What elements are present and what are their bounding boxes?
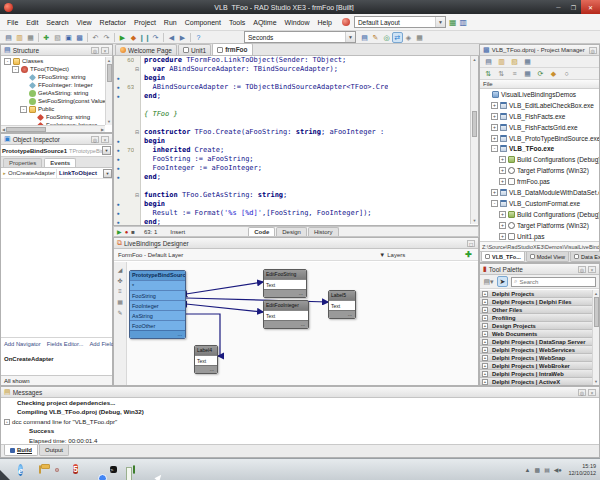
tab-history[interactable]: History: [308, 227, 339, 236]
tree-expand-icon[interactable]: +: [499, 233, 506, 240]
tree-expand-icon[interactable]: +: [499, 167, 506, 174]
param-icon[interactable]: ◆: [128, 32, 139, 43]
layers-dropdown[interactable]: ▼ Layers: [379, 252, 405, 258]
open-icon[interactable]: ▥: [14, 32, 25, 43]
message-line[interactable]: Checking project dependencies...: [1, 398, 599, 407]
palette-category[interactable]: +Delphi Projects | IntraWeb: [480, 370, 592, 378]
taskbar-explorer-icon[interactable]: [37, 464, 43, 475]
tab-frmfoo[interactable]: frmFoo: [212, 43, 252, 55]
tree-item[interactable]: +Unit1.pas: [480, 231, 599, 242]
tree-item[interactable]: +Target Platforms (Win32): [480, 165, 599, 176]
menu-edit[interactable]: Edit: [22, 17, 42, 28]
views-icon[interactable]: ▦: [522, 56, 533, 67]
pin-icon[interactable]: ◎: [578, 389, 586, 396]
tab-properties[interactable]: Properties: [3, 158, 42, 167]
tree-item[interactable]: +VLB_DataModuleWithDataSet.exe: [480, 187, 599, 198]
taskbar-html-icon[interactable]: 5: [71, 460, 80, 479]
restore-button[interactable]: ❐: [566, 0, 581, 14]
control-property-row[interactable]: Text: [264, 310, 308, 320]
search-input[interactable]: [519, 279, 593, 285]
stop-icon[interactable]: ■: [131, 229, 135, 235]
grid-icon[interactable]: ▦: [522, 68, 533, 79]
menu-search[interactable]: Search: [42, 17, 72, 28]
tab-model-view[interactable]: Model View: [526, 252, 569, 262]
new-icon[interactable]: ▤: [3, 32, 14, 43]
pin-icon[interactable]: ◎: [578, 266, 586, 273]
control-box-label4[interactable]: Label4Text...: [194, 345, 218, 374]
run-icon[interactable]: ▶: [117, 228, 122, 235]
gutter-fold-icon[interactable]: ⊟: [134, 191, 141, 200]
expand-icon[interactable]: +: [482, 355, 488, 361]
palette-categories-icon[interactable]: ▤▾: [483, 276, 494, 287]
expand-icon[interactable]: +: [482, 315, 488, 321]
tree-item[interactable]: FFooInteger: Integer: [1, 81, 105, 89]
designer-tool-icon-2[interactable]: ≡: [118, 288, 122, 294]
expand-icon[interactable]: +: [482, 371, 488, 377]
more-ellipsis[interactable]: ...: [264, 320, 308, 328]
tree-item[interactable]: +Build Configurations (Debug): [480, 154, 599, 165]
chevron-down-icon[interactable]: ▼: [103, 169, 112, 178]
more-ellipsis[interactable]: ...: [130, 330, 185, 338]
structure-vscrollbar[interactable]: ▲▼: [105, 57, 112, 125]
pin-icon[interactable]: ◎: [589, 47, 597, 54]
bindsource-field-row[interactable]: AsString: [130, 310, 185, 320]
taskbar-radstudio-icon[interactable]: [55, 468, 59, 472]
tray-action-icon[interactable]: ▤: [544, 466, 550, 473]
tree-item[interactable]: +frmFoo.pas: [480, 176, 599, 187]
history-icon[interactable]: ▦: [25, 32, 36, 43]
palette-category[interactable]: +Delphi Projects | Delphi Files: [480, 298, 592, 306]
expand-icon[interactable]: +: [482, 331, 488, 337]
menu-project[interactable]: Project: [130, 17, 160, 28]
saveall-icon[interactable]: ▩: [74, 32, 85, 43]
more-ellipsis[interactable]: ...: [264, 289, 306, 297]
tree-expand-icon[interactable]: +: [491, 189, 498, 196]
doc-icon[interactable]: ▤: [359, 32, 370, 43]
tree-item[interactable]: +Build Configurations (Debug): [480, 209, 599, 220]
breakpoint-icon[interactable]: ●: [125, 229, 129, 235]
stepover-icon[interactable]: ↷: [150, 32, 161, 43]
palette-category[interactable]: +Delphi Projects: [480, 290, 592, 298]
run-icon[interactable]: ▶: [117, 32, 128, 43]
bindsource-field-row[interactable]: FooString: [130, 290, 185, 300]
pin-icon[interactable]: ◎: [91, 136, 99, 143]
message-line[interactable]: Success: [1, 426, 599, 435]
pause-icon[interactable]: ❙❙: [139, 32, 150, 43]
editor-vscrollbar[interactable]: ▲▼: [470, 56, 478, 224]
tree-item[interactable]: -Classes: [1, 57, 105, 65]
palette-category[interactable]: +Delphi Projects | WebBroker: [480, 362, 592, 370]
palette-category[interactable]: +Delphi Projects | ActiveX: [480, 378, 592, 385]
menu-refactor[interactable]: Refactor: [96, 17, 130, 28]
control-box-editfoostring[interactable]: EditFooStringText...: [263, 269, 307, 298]
close-icon[interactable]: ×: [588, 266, 596, 273]
tree-item[interactable]: SetFooString(const Value: strin: [1, 97, 105, 105]
menu-window[interactable]: Window: [281, 17, 314, 28]
inspector-link[interactable]: Add Navigator: [4, 341, 41, 347]
more-ellipsis[interactable]: ...: [195, 365, 217, 373]
refresh-icon[interactable]: ⟳: [535, 68, 546, 79]
taskbar-book-icon[interactable]: [131, 464, 137, 475]
expand-icon[interactable]: +: [482, 291, 488, 297]
tab-welcome-page[interactable]: Welcome Page: [115, 44, 177, 55]
copy-icon[interactable]: ▧: [52, 32, 63, 43]
expand-icon[interactable]: +: [482, 307, 488, 313]
binding-connection[interactable]: [186, 282, 263, 294]
event-handler-value[interactable]: LinkToObject▼: [56, 169, 112, 178]
control-property-row[interactable]: Text: [195, 355, 217, 365]
expand-icon[interactable]: +: [482, 379, 488, 385]
tree-expand-icon[interactable]: +: [499, 178, 506, 185]
tree-item[interactable]: -TFoo(TObject): [1, 65, 105, 73]
tree-item[interactable]: +Target Platforms (Win32): [480, 220, 599, 231]
sortup-icon[interactable]: ⇅: [496, 68, 507, 79]
tab-data-ex-[interactable]: Data Ex...: [570, 252, 600, 262]
designer-tool-icon-1[interactable]: ✤: [117, 277, 122, 284]
menu-help[interactable]: Help: [313, 17, 335, 28]
expand-icon[interactable]: +: [482, 323, 488, 329]
code-editor[interactable]: 60procedure TFormFoo.LinkToObject(Sender…: [113, 56, 479, 226]
tree-item[interactable]: +VLB_ProtoTypeBindSource.exe: [480, 133, 599, 144]
pen-icon[interactable]: ✎: [370, 32, 381, 43]
tree-expand-icon[interactable]: +: [491, 102, 498, 109]
tree-expand-icon[interactable]: +: [499, 211, 506, 218]
tab-vlb-tfo-[interactable]: VLB_TFo...: [481, 252, 525, 262]
gutter-fold-icon[interactable]: ⊟: [134, 128, 141, 137]
tab-design[interactable]: Design: [276, 227, 307, 236]
